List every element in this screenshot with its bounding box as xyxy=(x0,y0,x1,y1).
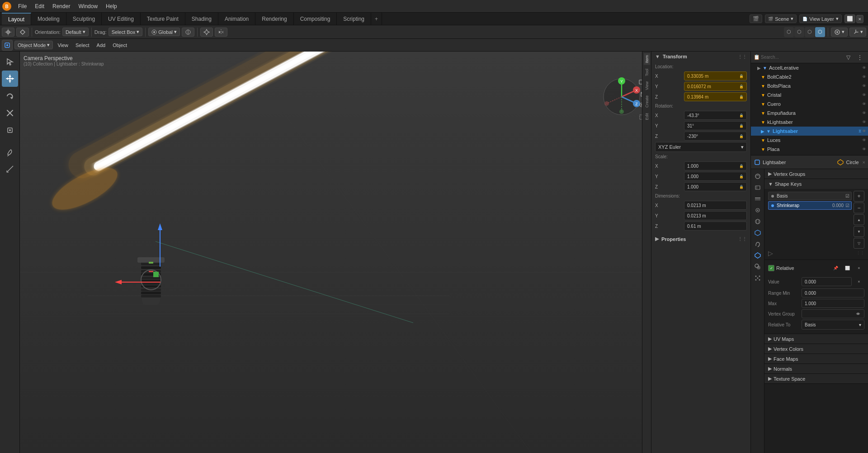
boltsplaca-visibility-icon[interactable]: 👁 xyxy=(862,84,866,88)
tab-tool[interactable]: Tool xyxy=(644,67,650,78)
tab-create[interactable]: Create xyxy=(644,94,650,109)
proportional-selector[interactable]: Global ▾ xyxy=(148,28,180,36)
prop-world-icon[interactable] xyxy=(752,216,763,227)
accellerative-visibility-icon[interactable]: 👁 xyxy=(862,66,866,70)
prop-output-icon[interactable] xyxy=(752,182,763,193)
dim-x-field[interactable]: 0.0213 m xyxy=(684,201,747,210)
outliner-item-cristal[interactable]: ▼ Cristal 👁 xyxy=(751,90,868,99)
relative-close-btn[interactable]: × xyxy=(854,263,864,274)
shape-key-move-down-btn[interactable]: ▼ xyxy=(854,226,864,237)
material-preview-btn[interactable]: ⬡ xyxy=(805,27,815,37)
prop-object-icon[interactable] xyxy=(752,227,763,238)
scene-selector[interactable]: 🎬 Scene ▾ xyxy=(765,14,797,23)
outliner-item-boltsplaca[interactable]: ▼ BoltsPlaca 👁 xyxy=(751,81,868,90)
cursor-tool[interactable] xyxy=(2,53,18,70)
solid-btn[interactable]: ⬡ xyxy=(794,27,804,37)
transform-pivot-btn[interactable] xyxy=(2,28,14,37)
tab-item[interactable]: Item xyxy=(644,53,650,65)
select-menu-btn[interactable]: Select xyxy=(73,42,92,49)
lightsaber-visibility-icon[interactable]: 👁 xyxy=(862,129,866,133)
viewport-overlays-btn[interactable]: ▾ xyxy=(831,28,848,37)
drag-selector[interactable]: Select Box ▾ xyxy=(108,28,143,36)
viewport-3d[interactable]: Camera Perspective (10) Collection | Lig… xyxy=(20,52,750,453)
rotation-x-field[interactable]: -43.3° 🔒 xyxy=(684,111,747,120)
rotation-mode-dropdown[interactable]: XYZ Euler ▾ xyxy=(655,142,747,152)
engine-selector[interactable]: 🎬 xyxy=(750,14,762,23)
dim-y-field[interactable]: 0.0213 m xyxy=(684,211,747,220)
menu-file[interactable]: File xyxy=(14,2,30,10)
cuero-visibility-icon[interactable]: 👁 xyxy=(862,102,866,106)
outliner-options-btn[interactable]: ⋮ xyxy=(854,52,865,63)
vertex-colors-section[interactable]: ▶ Vertex Colors xyxy=(764,344,868,354)
outliner-item-klightsaber[interactable]: ▼ kLightsaber 👁 xyxy=(751,118,868,127)
tab-rendering[interactable]: Rendering xyxy=(255,13,293,25)
placa-visibility-icon[interactable]: 👁 xyxy=(862,147,866,151)
klightsaber-visibility-icon[interactable]: 👁 xyxy=(862,120,866,124)
relative-expand-btn[interactable]: ⬜ xyxy=(842,263,853,274)
snap-btn[interactable] xyxy=(16,28,29,37)
tab-scripting[interactable]: Scripting xyxy=(337,13,371,25)
rotation-y-field[interactable]: 31° 🔒 xyxy=(684,121,747,130)
scale-y-field[interactable]: 1.000 🔒 xyxy=(684,172,747,181)
face-maps-section[interactable]: ▶ Face Maps xyxy=(764,354,868,364)
shape-keys-header[interactable]: ▼ Shape Keys xyxy=(764,179,868,189)
tab-compositing[interactable]: Compositing xyxy=(294,13,337,25)
object-menu-btn[interactable]: Object xyxy=(110,42,130,49)
location-y-field[interactable]: 0.016072 m 🔒 xyxy=(684,82,747,91)
prop-material-icon[interactable] xyxy=(752,261,763,272)
properties-section-header[interactable]: ▶ Properties ⋮⋮ xyxy=(651,234,750,244)
prop-viewlayer-icon[interactable] xyxy=(752,193,763,204)
viewport-gizmo[interactable]: Y X Z xyxy=(601,76,642,117)
navigation-gizmo[interactable]: Y X Z xyxy=(601,76,642,117)
menu-render[interactable]: Render xyxy=(49,2,74,10)
tab-uv-editing[interactable]: UV Editing xyxy=(102,13,141,25)
relative-to-field[interactable]: Basis ▾ xyxy=(802,320,864,330)
tab-edit[interactable]: Edit xyxy=(644,111,650,122)
vertex-group-field[interactable] xyxy=(802,309,864,318)
prop-particles-icon[interactable] xyxy=(752,273,763,283)
rotate-tool[interactable] xyxy=(2,88,18,104)
range-min-field[interactable]: 0.000 xyxy=(802,288,864,297)
menu-help[interactable]: Help xyxy=(102,2,121,10)
mirror-btn[interactable] xyxy=(215,28,227,37)
menu-edit[interactable]: Edit xyxy=(31,2,48,10)
rotation-z-field[interactable]: -230° 🔒 xyxy=(684,132,747,141)
tab-layout[interactable]: Layout xyxy=(2,13,31,25)
relative-pin-btn[interactable]: 📌 xyxy=(830,263,841,274)
value-close-btn[interactable]: × xyxy=(854,276,864,287)
relative-checkbox[interactable]: ✓ xyxy=(768,265,774,271)
window-close-btn[interactable]: × xyxy=(856,15,863,23)
rendered-btn[interactable]: ⬡ xyxy=(815,27,825,37)
value-field[interactable]: 0.000 xyxy=(802,277,852,286)
max-field[interactable]: 1.000 xyxy=(802,299,864,308)
outliner-item-boltcable2[interactable]: ▼ BoltCable2 👁 xyxy=(751,72,868,81)
outliner-item-cuero[interactable]: ▼ Cuero 👁 xyxy=(751,99,868,109)
view-layer-selector[interactable]: 📄 View Layer ▾ xyxy=(799,14,841,23)
outliner-item-lightsaber[interactable]: ▶ ▼ Lightsaber ⧖ 👁 xyxy=(751,127,868,136)
shape-key-move-up-btn[interactable]: ▲ xyxy=(854,214,864,225)
tab-animation[interactable]: Animation xyxy=(218,13,255,25)
tab-texture-paint[interactable]: Texture Paint xyxy=(141,13,185,25)
shape-key-shrinkwrap[interactable]: Shrinkwrap 0.000 ☑ xyxy=(768,201,852,210)
location-x-field[interactable]: 0.33035 m 🔒 xyxy=(684,71,747,80)
wireframe-btn[interactable]: ⬡ xyxy=(784,27,794,37)
tab-sculpting[interactable]: Sculpting xyxy=(66,13,102,25)
shape-key-add-btn[interactable]: + xyxy=(854,191,864,202)
view-menu-btn[interactable]: View xyxy=(55,42,71,49)
vertex-groups-section[interactable]: ▶ Vertex Groups xyxy=(764,169,868,179)
tab-view[interactable]: View xyxy=(644,80,650,92)
menu-window[interactable]: Window xyxy=(75,2,101,10)
add-menu-btn[interactable]: Add xyxy=(94,42,108,49)
window-full-btn[interactable]: ⬜ xyxy=(844,14,855,23)
shape-key-specials-btn[interactable]: ▽ xyxy=(854,238,864,249)
prop-scene-icon[interactable] xyxy=(752,205,763,216)
close-properties-btn[interactable]: × xyxy=(863,160,865,165)
boltcable2-visibility-icon[interactable]: 👁 xyxy=(862,75,866,79)
tab-shading[interactable]: Shading xyxy=(185,13,218,25)
orientation-selector[interactable]: Default ▾ xyxy=(62,28,89,36)
prop-modifier-icon[interactable] xyxy=(752,239,763,250)
outliner-filter-btn[interactable]: ▽ xyxy=(843,52,854,63)
empunadura-visibility-icon[interactable]: 👁 xyxy=(862,111,866,115)
tab-modeling[interactable]: Modeling xyxy=(31,13,66,25)
snap-settings-btn[interactable] xyxy=(200,28,213,37)
